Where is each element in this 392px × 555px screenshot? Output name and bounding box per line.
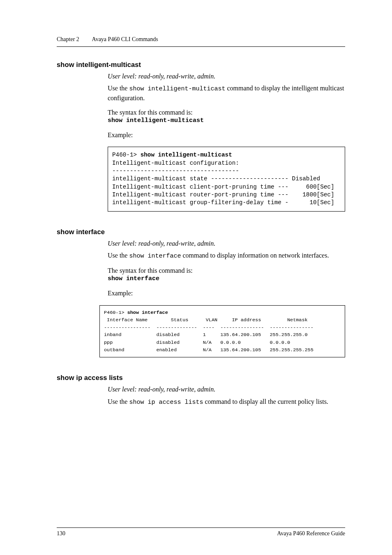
section-heading: show interface: [57, 228, 345, 236]
code-output: Intelligent-multicast configuration: ---…: [112, 160, 334, 206]
description: Use the show ip access lists command to …: [108, 397, 345, 407]
user-level: User level: read-only, read-write, admin…: [108, 239, 345, 248]
description: Use the show interface command to displa…: [108, 251, 345, 260]
user-level: User level: read-only, read-write, admin…: [108, 72, 345, 81]
inline-command: show ip access lists: [129, 399, 203, 406]
section-heading: show ip access lists: [57, 374, 345, 382]
code-block: P460-1> show interface Interface Name St…: [99, 305, 345, 358]
desc-post: command to display all the current polic…: [203, 398, 328, 405]
code-command: show intelligent-multicast: [141, 152, 232, 158]
section-heading: show intelligent-multicast: [57, 61, 345, 69]
example-label: Example:: [108, 289, 345, 298]
code-prompt: P460-1>: [104, 310, 127, 315]
desc-pre: Use the: [108, 398, 129, 405]
syntax-command: show interface: [108, 275, 345, 282]
inline-command: show interface: [129, 253, 181, 260]
description: Use the show intelligent-multicast comma…: [108, 84, 345, 102]
code-command: show interface: [127, 310, 168, 315]
code-prompt: P460-1>: [112, 152, 141, 158]
chapter-number: Chapter 2: [57, 36, 79, 42]
syntax-label: The syntax for this command is:: [108, 108, 345, 117]
inline-command: show intelligent-multicast: [129, 85, 225, 92]
running-header: Chapter 2 Avaya P460 CLI Commands: [57, 36, 345, 47]
footer-title: Avaya P460 Reference Guide: [277, 530, 345, 537]
desc-pre: Use the: [108, 85, 129, 92]
section-body: User level: read-only, read-write, admin…: [108, 385, 345, 407]
desc-post: command to display information on networ…: [181, 252, 329, 259]
page-number: 130: [57, 530, 65, 537]
syntax-command: show intelligent-multicast: [108, 117, 345, 124]
user-level: User level: read-only, read-write, admin…: [108, 385, 345, 394]
desc-pre: Use the: [108, 252, 129, 259]
section-body: User level: read-only, read-write, admin…: [108, 72, 345, 212]
section-body: User level: read-only, read-write, admin…: [108, 239, 345, 358]
syntax-label: The syntax for this command is:: [108, 266, 345, 275]
page-footer: 130 Avaya P460 Reference Guide: [57, 527, 345, 537]
code-output: Interface Name Status VLAN IP address Ne…: [104, 317, 314, 353]
code-block: P460-1> show intelligent-multicast Intel…: [108, 147, 345, 211]
chapter-title: Avaya P460 CLI Commands: [92, 36, 158, 42]
example-label: Example:: [108, 131, 345, 140]
page: Chapter 2 Avaya P460 CLI Commands show i…: [0, 0, 392, 555]
